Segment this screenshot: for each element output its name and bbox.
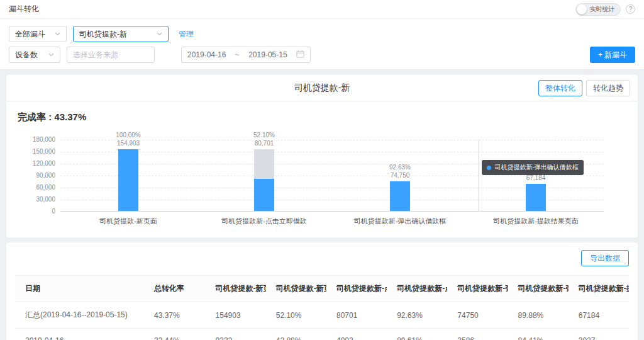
- table-header-cell: 日期: [15, 276, 144, 302]
- y-axis-tick: 90,000: [36, 172, 55, 179]
- chart-card: 司机贷提款-新 整体转化 转化趋势 完成率 : 43.37% 180,00015…: [6, 75, 638, 237]
- table-cell: 4002: [326, 329, 387, 340]
- bar-percent-label: 100.00%: [116, 131, 140, 139]
- table-header-cell: 司机贷提款-新页...: [206, 276, 266, 302]
- tooltip-text: 司机贷提款新-弹出确认借款框: [494, 163, 578, 172]
- table-cell: 89.61%: [387, 329, 447, 340]
- table-cell: 9332: [206, 329, 266, 340]
- chart-tooltip: 司机贷提款新-弹出确认借款框: [482, 160, 583, 175]
- bar-group: 100.00%154,903: [60, 140, 196, 211]
- bar-percent-label: 52.10%: [253, 131, 275, 139]
- filter-row-1: 全部漏斗 司机贷提款-新 管理: [9, 26, 635, 42]
- business-source-field: [67, 47, 155, 63]
- y-axis-tick: 150,000: [33, 148, 55, 155]
- x-axis-label: 司机贷提款新-弹出确认借款框: [332, 217, 468, 226]
- table-header-cell: 司机贷提款新-提...: [569, 276, 629, 302]
- table-cell: 汇总(2019-04-16--2019-05-15): [15, 302, 144, 329]
- y-axis-tick: 30,000: [36, 196, 55, 203]
- chart-card-title: 司机贷提款-新: [294, 82, 350, 94]
- y-axis-tick: 120,000: [33, 160, 55, 167]
- chevron-down-icon: [149, 32, 162, 36]
- date-start: 2019-04-16: [187, 50, 226, 59]
- table-cell: 154903: [206, 302, 266, 329]
- bar-label: 92.63%74,750: [389, 163, 411, 179]
- table-cell: 32.44%: [144, 329, 206, 340]
- bar-label: 100.00%154,903: [116, 131, 140, 147]
- new-funnel-button[interactable]: + 新漏斗: [590, 47, 635, 63]
- table-cell: 84.41%: [508, 329, 569, 340]
- table-cell: 3586: [447, 329, 508, 340]
- y-axis-tick: 180,000: [33, 136, 55, 143]
- bar[interactable]: [118, 149, 138, 211]
- chart-plot: 司机贷提款新-弹出确认借款框 100.00%154,90352.10%80,70…: [60, 140, 604, 212]
- table-cell: 89.88%: [508, 302, 569, 329]
- table-cell: 74750: [447, 302, 508, 329]
- export-row: 导出数据: [15, 249, 629, 275]
- funnel-name-value: 司机贷提款-新: [79, 29, 127, 40]
- table-cell: 3027: [569, 329, 629, 340]
- chevron-down-icon: [41, 53, 54, 57]
- x-axis-label: 司机贷提款-新页面: [60, 217, 196, 226]
- x-axis-label: 司机贷提款新-点击立即借款: [196, 217, 332, 226]
- page-title: 漏斗转化: [9, 4, 39, 14]
- chart-card-header: 司机贷提款-新 整体转化 转化趋势: [6, 75, 638, 101]
- bar-percent-label: 92.63%: [389, 163, 411, 171]
- table-header-cell: 司机贷提款新-点...: [387, 276, 447, 302]
- funnel-scope-select[interactable]: 全部漏斗: [9, 26, 67, 42]
- top-bar: 漏斗转化 实时统计 ?: [0, 0, 644, 19]
- table-cell: 67184: [569, 302, 629, 329]
- chart-x-labels: 司机贷提款-新页面司机贷提款新-点击立即借款司机贷提款新-弹出确认借款框司机贷提…: [60, 217, 604, 226]
- bar-group: 89.88%67,184: [468, 140, 604, 211]
- table-header-cell: 司机贷提款新-弹...: [447, 276, 508, 302]
- bar-value-label: 67,184: [525, 174, 547, 182]
- metric-select[interactable]: 设备数: [9, 47, 60, 63]
- date-end: 2019-05-15: [248, 50, 287, 59]
- hover-axis-line: [479, 140, 479, 211]
- bar-value-label: 154,903: [116, 139, 140, 147]
- realtime-toggle[interactable]: 实时统计: [575, 3, 621, 16]
- conversion-table: 日期总转化率司机贷提款-新页...司机贷提款-新页...司机贷提款新-点...司…: [15, 275, 629, 340]
- chevron-down-icon: [47, 32, 60, 36]
- table-header-row: 日期总转化率司机贷提款-新页...司机贷提款-新页...司机贷提款新-点...司…: [15, 276, 629, 302]
- chart-bottom-padding: [6, 226, 638, 237]
- y-axis-tick: 60,000: [36, 184, 55, 191]
- table-cell: 52.10%: [266, 302, 326, 329]
- chart-y-axis: 180,000150,000120,00090,00060,00030,0000: [15, 140, 60, 212]
- completion-rate-label: 完成率 :: [18, 111, 52, 122]
- x-axis-label: 司机贷提款新-提款结果页面: [468, 217, 604, 226]
- view-tabs: 整体转化 转化趋势: [538, 80, 630, 96]
- data-table-card: 导出数据 日期总转化率司机贷提款-新页...司机贷提款-新页...司机贷提款新-…: [6, 242, 638, 340]
- calendar-icon: [296, 50, 304, 60]
- bar-value-label: 74,750: [389, 171, 411, 179]
- funnel-scope-value: 全部漏斗: [15, 29, 45, 40]
- tooltip-marker-icon: [487, 166, 491, 170]
- y-axis-tick: 0: [52, 208, 55, 215]
- business-source-input[interactable]: [73, 50, 148, 59]
- funnel-bar-chart: 180,000150,000120,00090,00060,00030,0000…: [15, 140, 604, 212]
- help-icon[interactable]: ?: [626, 4, 635, 14]
- completion-rate: 完成率 : 43.37%: [18, 111, 638, 123]
- bar[interactable]: [390, 181, 410, 211]
- table-header-cell: 司机贷提款新-点...: [326, 276, 387, 302]
- date-range-picker[interactable]: 2019-04-16 ~ 2019-05-15: [181, 47, 311, 63]
- funnel-name-select[interactable]: 司机贷提款-新: [73, 26, 169, 42]
- metric-value: 设备数: [15, 50, 38, 60]
- bar[interactable]: [526, 184, 546, 211]
- tab-overall-conversion[interactable]: 整体转化: [538, 80, 582, 96]
- bar-label: 52.10%80,701: [253, 131, 275, 147]
- realtime-toggle-label: 实时统计: [587, 5, 618, 14]
- date-separator: ~: [235, 50, 240, 59]
- completion-rate-value: 43.37%: [54, 111, 86, 122]
- table-cell: 43.37%: [144, 302, 206, 329]
- export-data-button[interactable]: 导出数据: [581, 250, 629, 266]
- bar-group: 52.10%80,701: [196, 140, 332, 211]
- table-body: 汇总(2019-04-16--2019-05-15)43.37%15490352…: [15, 302, 629, 340]
- manage-link[interactable]: 管理: [179, 29, 194, 40]
- filter-row-2: 设备数 2019-04-16 ~ 2019-05-15 + 新漏斗: [9, 47, 635, 63]
- bar[interactable]: [254, 179, 274, 211]
- table-cell: 80701: [326, 302, 387, 329]
- table-cell: 2019-04-16: [15, 329, 144, 340]
- bar-value-label: 80,701: [253, 139, 275, 147]
- tab-conversion-trend[interactable]: 转化趋势: [586, 80, 630, 96]
- table-row: 2019-04-1632.44%933242.88%400289.61%3586…: [15, 329, 629, 340]
